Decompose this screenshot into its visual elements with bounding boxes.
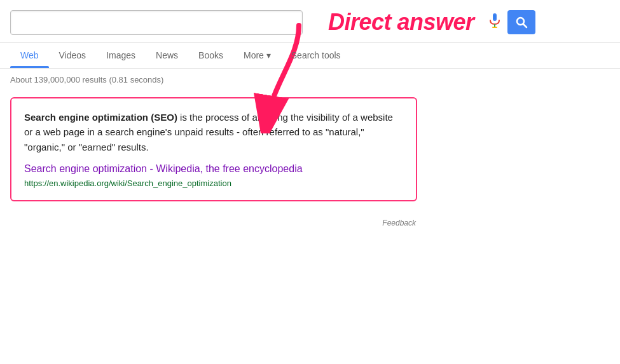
answer-bold-term: Search engine optimization	[24, 112, 148, 123]
search-input[interactable]: what is seo	[18, 16, 294, 29]
svg-rect-2	[492, 27, 497, 28]
tab-videos[interactable]: Videos	[49, 43, 97, 68]
svg-rect-1	[494, 24, 495, 27]
results-count: About 139,000,000 results (0.81 seconds)	[0, 69, 620, 91]
tab-news[interactable]: News	[146, 43, 188, 68]
answer-link-title[interactable]: Search engine optimization - Wikipedia, …	[24, 163, 403, 175]
svg-line-5	[523, 24, 527, 27]
microphone-button[interactable]	[487, 13, 502, 31]
nav-tabs: Web Videos Images News Books More ▾ Sear…	[0, 43, 620, 69]
search-button[interactable]	[507, 10, 535, 34]
answer-box: Search engine optimization (SEO) is the …	[10, 97, 417, 201]
direct-answer-label: Direct answer	[328, 9, 474, 36]
answer-text: Search engine optimization (SEO) is the …	[24, 110, 403, 154]
tab-books[interactable]: Books	[188, 43, 233, 68]
answer-link-url[interactable]: https://en.wikipedia.org/wiki/Search_eng…	[24, 179, 231, 188]
tab-web[interactable]: Web	[10, 43, 49, 68]
svg-rect-3	[493, 15, 495, 19]
tab-images[interactable]: Images	[96, 43, 146, 68]
tab-more[interactable]: More ▾	[233, 43, 281, 68]
tab-search-tools[interactable]: Search tools	[281, 43, 351, 68]
search-input-wrapper: what is seo	[10, 10, 303, 35]
feedback-label[interactable]: Feedback	[382, 219, 416, 227]
search-bar-container: what is seo Direct answer	[0, 0, 620, 43]
search-icon	[515, 16, 528, 29]
microphone-icon	[487, 13, 502, 31]
answer-bold-acronym: (SEO)	[151, 112, 177, 123]
feedback-area: Feedback	[0, 214, 426, 234]
